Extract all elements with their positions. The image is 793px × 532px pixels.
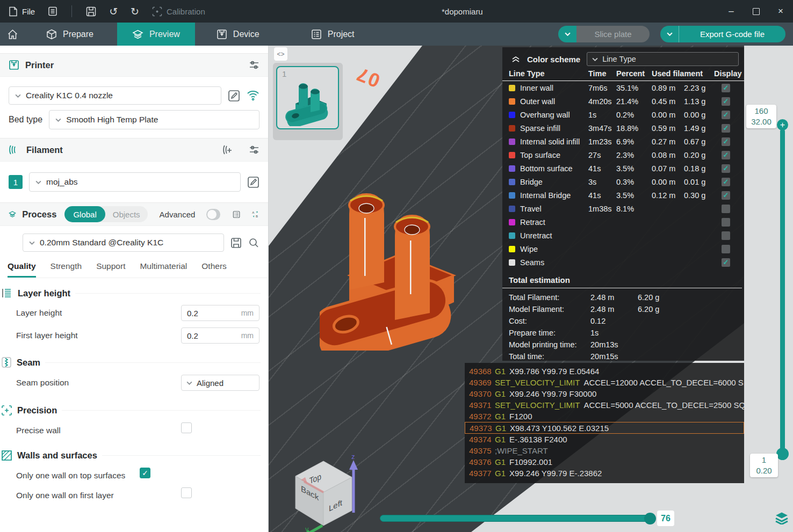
plate-number: 1 xyxy=(282,69,286,78)
display-checkbox[interactable]: ✓ xyxy=(722,151,730,159)
display-checkbox[interactable]: ✓ xyxy=(722,137,730,146)
save-preset-icon[interactable] xyxy=(230,237,242,249)
printer-select[interactable]: Creality K1C 0.4 nozzle xyxy=(9,86,221,105)
tab-project[interactable]: Project xyxy=(296,23,370,46)
edit-printer-icon[interactable] xyxy=(228,90,240,102)
view-cube[interactable]: Top Back Left z y xyxy=(289,454,365,532)
process-icon xyxy=(9,209,16,220)
layer-slider-track[interactable] xyxy=(780,129,785,454)
undo-button[interactable]: ↺ xyxy=(109,6,118,17)
display-checkbox[interactable]: ✓ xyxy=(722,191,730,200)
display-checkbox[interactable] xyxy=(722,231,730,240)
precise-wall-checkbox[interactable] xyxy=(181,422,192,433)
display-checkbox[interactable]: ✓ xyxy=(722,124,730,133)
collapse-panel-icon[interactable] xyxy=(511,55,521,63)
line-type-row: Seams ✓ xyxy=(502,256,744,269)
parameter-list-icon[interactable] xyxy=(233,209,240,220)
tab-others[interactable]: Others xyxy=(201,261,227,278)
tab-support[interactable]: Support xyxy=(96,261,125,278)
display-checkbox[interactable]: ✓ xyxy=(722,111,730,119)
display-checkbox[interactable] xyxy=(722,218,730,227)
filament-select[interactable]: moj_abs xyxy=(29,172,241,192)
slice-plate-button[interactable]: Slice plate xyxy=(558,26,650,42)
tab-prepare-label: Prepare xyxy=(63,30,93,39)
color-scheme-select[interactable]: Line Type xyxy=(587,52,739,66)
printer-settings-icon[interactable] xyxy=(249,60,259,70)
layer-slider-handle[interactable] xyxy=(776,448,789,460)
viewport-3d[interactable]: 07 <> 1 xyxy=(269,46,793,532)
gcode-line[interactable]: 49371 SET_VELOCITY_LIMIT ACCEL=5000 ACCE… xyxy=(465,399,744,411)
gcode-line[interactable]: 49377 G1 X99.246 Y99.79 E-.23862 xyxy=(465,468,744,479)
seam-title: Seam xyxy=(17,358,40,368)
layer-height-value: 0.2 xyxy=(187,309,241,318)
slice-dropdown[interactable] xyxy=(558,26,576,42)
gcode-line[interactable]: 49370 G1 X99.246 Y99.79 F30000 xyxy=(465,388,744,399)
bed-type-select[interactable]: Smooth High Temp Plate xyxy=(49,110,259,129)
tab-quality[interactable]: Quality xyxy=(8,261,36,278)
chevron-down-icon xyxy=(35,180,41,184)
plate-thumbnail[interactable]: 1 xyxy=(276,66,339,129)
home-button[interactable] xyxy=(0,23,25,46)
gcode-line[interactable]: 49372 G1 F1200 xyxy=(465,411,744,422)
save-button[interactable] xyxy=(86,6,96,17)
minimize-button[interactable]: – xyxy=(719,0,744,23)
maximize-button[interactable] xyxy=(744,0,768,23)
wifi-icon[interactable] xyxy=(247,90,259,101)
layer-height-label: Layer height xyxy=(16,305,181,318)
tab-multimaterial[interactable]: Multimaterial xyxy=(140,261,187,278)
collapse-plate-list-button[interactable]: <> xyxy=(273,47,288,61)
notes-button[interactable] xyxy=(48,6,57,16)
preset-select[interactable]: 0.20mm Standard @Creality K1C xyxy=(23,234,224,252)
file-menu[interactable]: File xyxy=(9,6,35,17)
scope-global[interactable]: Global xyxy=(64,206,105,222)
display-checkbox[interactable]: ✓ xyxy=(722,84,730,92)
add-filament-icon[interactable] xyxy=(222,144,235,155)
close-button[interactable]: × xyxy=(768,0,793,23)
gcode-line[interactable]: 49373 G1 X98.473 Y100.562 E.03215 xyxy=(465,422,744,434)
search-preset-icon[interactable] xyxy=(248,237,259,249)
display-checkbox[interactable]: ✓ xyxy=(722,258,730,267)
sliced-model[interactable] xyxy=(320,187,460,351)
display-checkbox[interactable] xyxy=(722,245,730,253)
gcode-line[interactable]: 49369 SET_VELOCITY_LIMIT ACCEL=12000 ACC… xyxy=(465,377,744,388)
tab-preview[interactable]: Preview xyxy=(117,23,195,46)
gcode-command: G1 xyxy=(495,412,506,421)
layer-height-input[interactable]: 0.2 mm xyxy=(181,305,259,321)
compare-ab-icon[interactable]: AB xyxy=(251,208,259,220)
wall-first-checkbox[interactable] xyxy=(181,487,192,498)
display-checkbox[interactable]: ✓ xyxy=(722,178,730,186)
tab-strength[interactable]: Strength xyxy=(51,261,82,278)
filament-settings-icon[interactable] xyxy=(249,144,259,155)
gcode-viewer[interactable]: 49368 G1 X99.786 Y99.79 E.05464 49369 SE… xyxy=(465,363,744,483)
redo-button[interactable]: ↻ xyxy=(131,6,139,17)
scope-objects[interactable]: Objects xyxy=(105,210,148,219)
gcode-line[interactable]: 49374 G1 E-.36138 F2400 xyxy=(465,434,744,445)
tab-prepare[interactable]: Prepare xyxy=(31,23,109,46)
wall-top-checkbox[interactable]: ✓ xyxy=(140,468,150,478)
gcode-line[interactable]: 49375 ;WIPE_START xyxy=(465,445,744,456)
plate-thumbnail-card[interactable]: 1 xyxy=(273,63,343,140)
gcode-line[interactable]: 49368 G1 X99.786 Y99.79 E.05464 xyxy=(465,366,744,377)
toolbar-divider xyxy=(71,5,72,17)
layers-view-button[interactable] xyxy=(774,511,789,526)
step-slider-track[interactable] xyxy=(380,515,652,522)
advanced-toggle[interactable] xyxy=(206,209,220,220)
export-dropdown[interactable] xyxy=(660,26,679,42)
line-type-percent: 0.2% xyxy=(616,111,652,119)
line-type-percent: 3.5% xyxy=(616,191,652,200)
line-type-row: Wipe xyxy=(502,242,744,256)
display-checkbox[interactable]: ✓ xyxy=(722,97,730,106)
display-checkbox[interactable]: ✓ xyxy=(722,164,730,173)
seam-position-select[interactable]: Aligned xyxy=(181,375,259,391)
calibration-button[interactable]: Calibration xyxy=(152,6,205,17)
first-layer-height-input[interactable]: 0.2 mm xyxy=(181,327,259,344)
totals-value-2: 6.20 g xyxy=(638,305,744,314)
display-checkbox[interactable] xyxy=(722,205,730,213)
gcode-line[interactable]: 49376 G1 F10992.001 xyxy=(465,456,744,468)
tab-device[interactable]: Device xyxy=(201,23,275,46)
edit-filament-icon[interactable] xyxy=(247,176,259,188)
step-slider-handle[interactable] xyxy=(644,513,656,524)
export-gcode-button[interactable]: Export G-code file xyxy=(660,26,785,42)
gcode-args: X98.473 Y100.562 E.03215 xyxy=(510,424,609,433)
process-scope-toggle[interactable]: Global Objects xyxy=(64,206,147,222)
